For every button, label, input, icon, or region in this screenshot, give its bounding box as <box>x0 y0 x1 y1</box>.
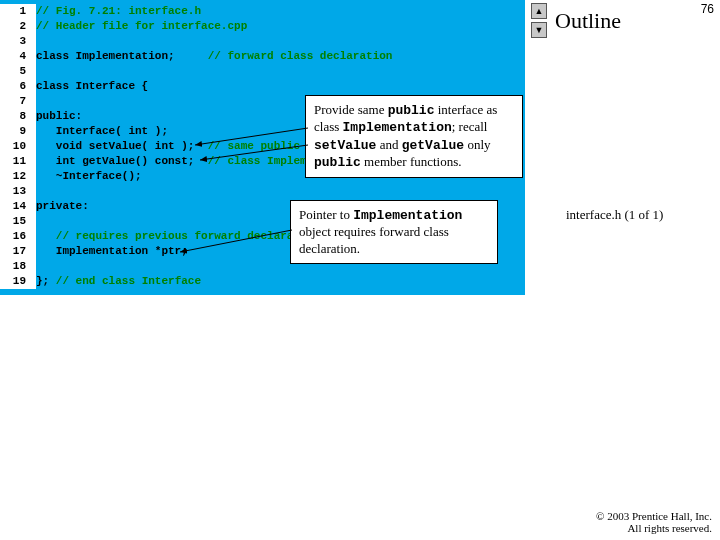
code-comment: // Header file for interface.cpp <box>36 19 247 34</box>
code-comment: // forward class declaration <box>208 49 393 64</box>
lineno: 9 <box>0 124 36 139</box>
lineno: 8 <box>0 109 36 124</box>
lineno: 14 <box>0 199 36 214</box>
code-text: void setValue( int ); <box>36 139 208 154</box>
lineno: 19 <box>0 274 36 289</box>
code-text: ~Interface(); <box>36 169 142 184</box>
code-text: int getValue() const; <box>36 154 208 169</box>
callout-text: object requires forward class declaratio… <box>299 224 449 255</box>
lineno: 1 <box>0 4 36 19</box>
callout-keyword: public <box>388 103 435 118</box>
code-text: private: <box>36 199 89 214</box>
lineno: 3 <box>0 34 36 49</box>
callout-public-interface: Provide same public interface as class I… <box>305 95 523 178</box>
lineno: 7 <box>0 94 36 109</box>
code-text: class Implementation; <box>36 49 208 64</box>
callout-keyword: setValue <box>314 138 376 153</box>
lineno: 18 <box>0 259 36 274</box>
code-comment: // end class Interface <box>56 274 201 289</box>
lineno: 6 <box>0 79 36 94</box>
outline-heading: Outline <box>555 8 621 34</box>
copyright-line: © 2003 Prentice Hall, Inc. <box>596 510 712 522</box>
code-text: }; <box>36 274 56 289</box>
callout-text: ; recall <box>452 119 488 134</box>
callout-keyword: public <box>314 155 361 170</box>
lineno: 12 <box>0 169 36 184</box>
lineno: 2 <box>0 19 36 34</box>
lineno: 10 <box>0 139 36 154</box>
chevron-down-icon: ▼ <box>535 25 544 35</box>
callout-keyword: Implementation <box>343 120 452 135</box>
callout-text: Provide same <box>314 102 388 117</box>
code-comment: // requires previous forward declaration <box>56 229 320 244</box>
nav-down-button[interactable]: ▼ <box>531 22 547 38</box>
callout-text: only <box>464 137 490 152</box>
slide-number: 76 <box>701 2 714 16</box>
lineno: 11 <box>0 154 36 169</box>
lineno: 15 <box>0 214 36 229</box>
code-text: Interface( int ); <box>36 124 168 139</box>
file-caption: interface.h (1 of 1) <box>566 207 663 223</box>
chevron-up-icon: ▲ <box>535 6 544 16</box>
callout-keyword: Implementation <box>353 208 462 223</box>
code-text <box>36 229 56 244</box>
lineno: 4 <box>0 49 36 64</box>
code-text: class Interface { <box>36 79 148 94</box>
lineno: 13 <box>0 184 36 199</box>
callout-text: Pointer to <box>299 207 353 222</box>
callout-keyword: getValue <box>402 138 464 153</box>
lineno: 5 <box>0 64 36 79</box>
copyright: © 2003 Prentice Hall, Inc. All rights re… <box>596 510 712 534</box>
code-comment: // Fig. 7.21: interface.h <box>36 4 201 19</box>
lineno: 16 <box>0 229 36 244</box>
nav-up-button[interactable]: ▲ <box>531 3 547 19</box>
copyright-line: All rights reserved. <box>596 522 712 534</box>
callout-text: and <box>376 137 401 152</box>
callout-text: member functions. <box>361 154 462 169</box>
callout-pointer: Pointer to Implementation object require… <box>290 200 498 264</box>
code-text: Implementation *ptr; <box>36 244 188 259</box>
lineno: 17 <box>0 244 36 259</box>
code-text: public: <box>36 109 82 124</box>
